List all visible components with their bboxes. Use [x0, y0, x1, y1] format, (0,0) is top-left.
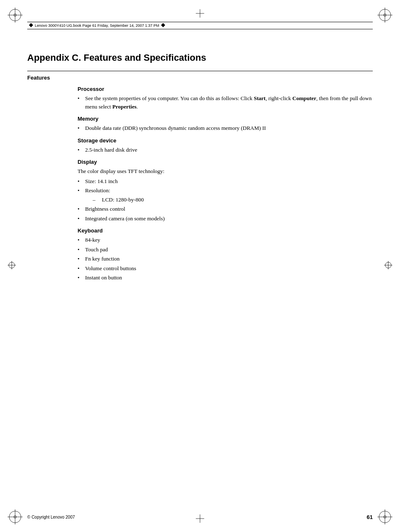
memory-list: Double data rate (DDR) synchronous dynam… — [78, 124, 373, 132]
list-item: Instant on button — [78, 274, 373, 282]
side-registration-right — [384, 261, 392, 271]
list-item: Double data rate (DDR) synchronous dynam… — [78, 124, 373, 132]
corner-registration-bl — [8, 509, 23, 524]
copyright-text: © Copyright Lenovo 2007 — [27, 515, 75, 519]
list-item: LCD: 1280-by-800 — [93, 196, 373, 204]
corner-registration-br — [377, 509, 392, 524]
list-item: See the system properties of you compute… — [78, 94, 373, 111]
display-intro: The color display uses TFT technology: — [78, 167, 373, 176]
page-number: 61 — [367, 514, 373, 520]
keyboard-list: 84-key Touch pad Fn key function Volume … — [78, 236, 373, 282]
page-footer: © Copyright Lenovo 2007 61 — [27, 514, 373, 520]
svg-marker-26 — [29, 23, 33, 27]
list-item: Resolution: LCD: 1280-by-800 — [78, 186, 373, 204]
list-item: Brightness control — [78, 205, 373, 213]
side-registration-left — [8, 261, 16, 271]
page-header: Lenovo 3000Y410 UG.book Page 61 Friday, … — [27, 22, 373, 29]
content-body: Processor See the system properties of y… — [78, 86, 373, 282]
chapter-title: Appendix C. Features and Specifications — [27, 52, 373, 63]
resolution-sub-list: LCD: 1280-by-800 — [93, 196, 373, 204]
features-heading: Features — [27, 75, 373, 81]
storage-list: 2.5-inch hard disk drive — [78, 146, 373, 154]
corner-registration-tl — [8, 8, 23, 23]
list-item: Integrated camera (on some models) — [78, 214, 373, 223]
main-content: Appendix C. Features and Specifications … — [27, 48, 373, 498]
list-item: Volume control buttons — [78, 264, 373, 273]
keyboard-heading: Keyboard — [78, 227, 373, 234]
header-diamond-left — [27, 23, 35, 28]
top-center-registration — [196, 9, 204, 19]
processor-heading: Processor — [78, 86, 373, 92]
list-item: Fn key function — [78, 255, 373, 263]
svg-marker-27 — [161, 23, 165, 27]
header-text: Lenovo 3000Y410 UG.book Page 61 Friday, … — [35, 23, 159, 28]
list-item: 84-key — [78, 236, 373, 244]
list-item: Size: 14.1 inch — [78, 177, 373, 186]
processor-list: See the system properties of you compute… — [78, 94, 373, 111]
header-diamond-right — [159, 23, 167, 28]
list-item: 2.5-inch hard disk drive — [78, 146, 373, 154]
display-heading: Display — [78, 159, 373, 165]
storage-heading: Storage device — [78, 137, 373, 144]
display-list: Size: 14.1 inch Resolution: LCD: 1280-by… — [78, 177, 373, 223]
list-item: Touch pad — [78, 245, 373, 254]
section-divider — [27, 71, 373, 71]
memory-heading: Memory — [78, 116, 373, 122]
corner-registration-tr — [377, 8, 392, 23]
